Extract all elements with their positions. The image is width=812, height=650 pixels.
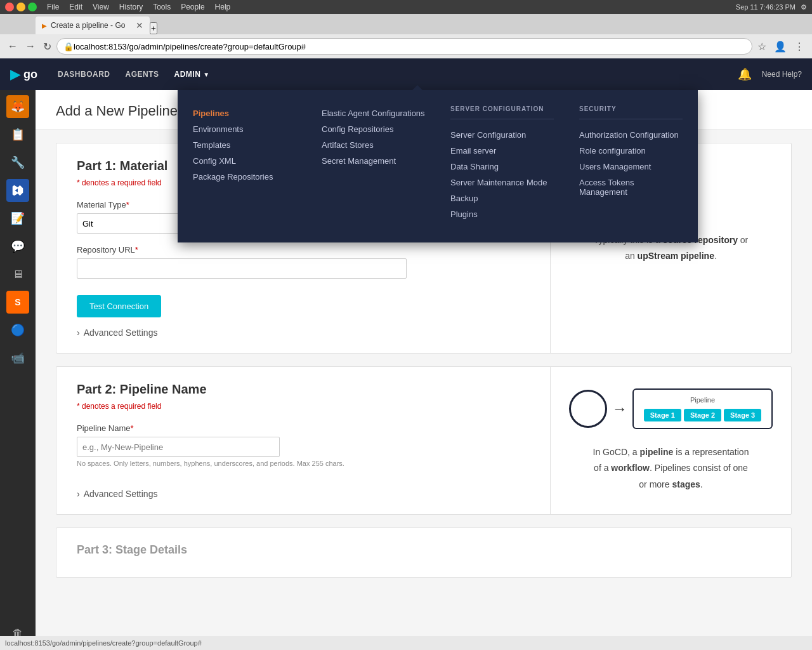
part1-advanced-settings-toggle[interactable]: › Advanced Settings <box>77 317 530 338</box>
dropdown-item-pipelines[interactable]: Pipelines <box>193 105 296 121</box>
back-button[interactable]: ← <box>5 38 20 55</box>
pipeline-name-label: Pipeline Name* <box>77 423 530 433</box>
tab-close-button[interactable]: ✕ <box>136 20 143 30</box>
repo-url-input[interactable] <box>77 258 407 279</box>
dropdown-item-package-repos[interactable]: Package Repositories <box>193 169 296 185</box>
nav-links: DASHBOARD AGENTS ADMIN ▼ <box>58 70 738 79</box>
status-url: localhost:8153/go/admin/pipelines/create… <box>5 639 202 647</box>
dropdown-item-environments[interactable]: Environments <box>193 121 296 137</box>
sidebar-icon-vscode[interactable] <box>6 179 29 202</box>
nav-dashboard[interactable]: DASHBOARD <box>58 70 110 79</box>
dropdown-item-templates[interactable]: Templates <box>193 137 296 153</box>
sidebar-icon-sublime[interactable]: S <box>6 291 29 314</box>
stages-row: Stage 1 Stage 2 Stage 3 <box>644 409 761 421</box>
sidebar-icon-chat[interactable]: 💬 <box>6 235 29 258</box>
pipeline-box-label: Pipeline <box>644 396 761 404</box>
dropdown-item-artifact-stores[interactable]: Artifact Stores <box>322 137 425 153</box>
sidebar-icon-text[interactable]: 📝 <box>6 207 29 230</box>
admin-caret-icon: ▼ <box>203 71 209 78</box>
os-menu-items[interactable]: File Edit View History Tools People Help <box>5 3 230 11</box>
help-button[interactable]: Need Help? <box>762 70 802 79</box>
profile-button[interactable]: 👤 <box>771 38 789 55</box>
status-bar: localhost:8153/go/admin/pipelines/create… <box>0 636 812 650</box>
address-bar[interactable]: 🔒 localhost:8153/go/admin/pipelines/crea… <box>56 38 752 55</box>
menu-file[interactable]: File <box>47 3 59 11</box>
dropdown-col-security: SECURITY Authorization Configuration Rol… <box>579 105 683 222</box>
menu-people[interactable]: People <box>181 3 204 11</box>
dropdown-item-config-xml[interactable]: Config XML <box>193 153 296 169</box>
dropdown-item-maintenance-mode[interactable]: Server Maintenance Mode <box>450 175 554 190</box>
close-button[interactable] <box>5 3 14 11</box>
dropdown-item-access-tokens[interactable]: Access Tokens Management <box>579 175 683 200</box>
dropdown-col-elastic: Elastic Agent Configurations Config Repo… <box>322 105 425 222</box>
dropdown-item-auth-config[interactable]: Authorization Configuration <box>579 127 683 143</box>
pipeline-diagram: → Pipeline Stage 1 Stage 2 Stage 3 <box>569 388 773 429</box>
menu-history[interactable]: History <box>119 3 143 11</box>
sidebar-icon-firefox[interactable]: 🦊 <box>6 95 29 118</box>
os-settings-icon[interactable]: ⚙ <box>801 3 807 11</box>
menu-help[interactable]: Help <box>215 3 231 11</box>
material-circle <box>569 390 607 428</box>
os-menu-bar: File Edit View History Tools People Help… <box>0 0 812 14</box>
notification-bell-icon[interactable]: 🔔 <box>738 67 752 81</box>
part2-title: Part 2: Pipeline Name <box>77 382 530 397</box>
sidebar-icon-tools[interactable]: 🔧 <box>6 151 29 174</box>
part2-required-note: denotes a required field <box>77 402 530 411</box>
pipeline-name-input[interactable] <box>77 437 280 457</box>
sidebar-icon-chrome[interactable]: 🔵 <box>6 319 29 342</box>
menu-view[interactable]: View <box>93 3 109 11</box>
bookmark-button[interactable]: ☆ <box>755 38 769 55</box>
minimize-button[interactable] <box>16 3 25 11</box>
dropdown-item-config-repos[interactable]: Config Repositories <box>322 121 425 137</box>
dropdown-item-secret-mgmt[interactable]: Secret Management <box>322 153 425 169</box>
logo-text: go <box>23 68 37 81</box>
admin-dropdown: Pipelines Environments Templates Config … <box>178 90 698 242</box>
browser-chrome: ▶ Create a pipeline - Go ✕ + ← → ↻ 🔒 loc… <box>0 14 812 58</box>
part2-visual: → Pipeline Stage 1 Stage 2 Stage 3 In Go… <box>550 367 791 514</box>
menu-edit[interactable]: Edit <box>69 3 82 11</box>
app-wrapper: ▶ go DASHBOARD AGENTS ADMIN ▼ 🔔 Need Hel… <box>0 58 812 650</box>
nav-right: 🔔 Need Help? <box>738 67 802 81</box>
menu-tools[interactable]: Tools <box>153 3 171 11</box>
server-config-header: SERVER CONFIGURATION <box>450 105 554 119</box>
browser-nav-right: ☆ 👤 ⋮ <box>755 38 807 55</box>
sidebar-icon-bookmarks[interactable]: 📋 <box>6 123 29 146</box>
security-header: SECURITY <box>579 105 683 119</box>
forward-button[interactable]: → <box>23 38 38 55</box>
nav-agents[interactable]: AGENTS <box>126 70 159 79</box>
arrow-icon: → <box>612 400 627 418</box>
dropdown-col-pipelines: Pipelines Environments Templates Config … <box>193 105 296 222</box>
lock-icon: 🔒 <box>63 42 74 51</box>
dropdown-item-role-config[interactable]: Role configuration <box>579 143 683 159</box>
part2-section: Part 2: Pipeline Name denotes a required… <box>56 366 792 515</box>
part3-title: Part 3: Stage Details <box>77 543 771 557</box>
gocd-navbar: ▶ go DASHBOARD AGENTS ADMIN ▼ 🔔 Need Hel… <box>0 58 812 90</box>
browser-tab-active[interactable]: ▶ Create a pipeline - Go ✕ <box>36 17 150 34</box>
nav-admin[interactable]: ADMIN ▼ <box>174 70 210 79</box>
stage-1-badge: Stage 1 <box>644 409 681 421</box>
pipeline-desc: In GoCD, a pipeline is a representation … <box>593 444 749 493</box>
sidebar-icon-zoom[interactable]: 📹 <box>6 347 29 369</box>
pipeline-name-group: Pipeline Name* No spaces. Only letters, … <box>77 423 530 467</box>
dropdown-item-elastic-agent[interactable]: Elastic Agent Configurations <box>322 105 425 121</box>
tab-favicon: ▶ <box>42 22 47 29</box>
dropdown-item-data-sharing[interactable]: Data Sharing <box>450 159 554 175</box>
tab-title: Create a pipeline - Go <box>51 21 125 30</box>
sidebar-icon-terminal[interactable]: 🖥 <box>6 263 29 286</box>
dropdown-item-email-server[interactable]: Email server <box>450 143 554 159</box>
repo-url-label: Repository URL* <box>77 245 530 255</box>
dropdown-item-backup[interactable]: Backup <box>450 190 554 206</box>
refresh-button[interactable]: ↻ <box>41 38 54 55</box>
dropdown-item-users-mgmt[interactable]: Users Management <box>579 159 683 175</box>
dropdown-col-server-config: SERVER CONFIGURATION Server Configuratio… <box>450 105 554 222</box>
menu-button[interactable]: ⋮ <box>792 38 807 55</box>
maximize-button[interactable] <box>28 3 37 11</box>
chevron-right-icon-2: › <box>77 489 80 499</box>
test-connection-button[interactable]: Test Connection <box>77 295 161 317</box>
window-controls[interactable] <box>5 3 37 11</box>
pipeline-name-hint: No spaces. Only letters, numbers, hyphen… <box>77 460 530 467</box>
dropdown-item-server-config[interactable]: Server Configuration <box>450 127 554 143</box>
dropdown-item-plugins[interactable]: Plugins <box>450 206 554 222</box>
part2-advanced-settings-toggle[interactable]: › Advanced Settings <box>77 479 530 499</box>
new-tab-button[interactable]: + <box>150 22 157 34</box>
